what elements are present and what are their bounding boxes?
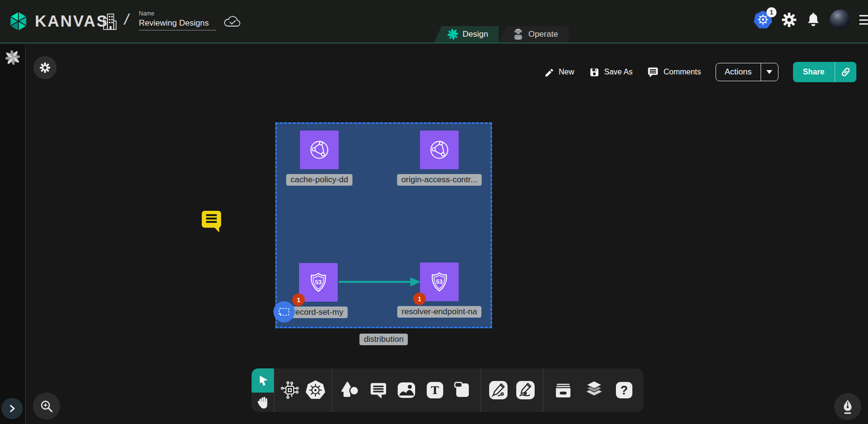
dock-section-manage: ? [543, 368, 644, 412]
node-resolver-endpoint[interactable]: 53 [420, 263, 459, 301]
tab-design[interactable]: Design [434, 26, 499, 43]
node-record-set[interactable]: 53 [299, 263, 338, 302]
sidebar-expand-button[interactable] [1, 398, 23, 419]
cloud-saved-icon [224, 15, 242, 28]
canvas-widgets-button[interactable] [33, 56, 57, 79]
text-tool-button[interactable]: T [425, 380, 445, 400]
whiteboard-pen-button[interactable] [834, 393, 861, 420]
design-name-label: Name [139, 10, 216, 17]
new-label: New [559, 68, 574, 76]
notifications-bell-icon[interactable] [806, 12, 821, 28]
node-label[interactable]: cache-policy-dd [286, 174, 352, 186]
cloudfront-globe-icon [308, 138, 331, 161]
pencil-draw-button[interactable] [515, 380, 536, 400]
pencil-new-icon [544, 66, 554, 78]
node-label[interactable]: resolver-endpoint-na [397, 306, 481, 318]
group-selection-handle[interactable] [273, 301, 295, 322]
tab-operate-label: Operate [528, 29, 558, 39]
drawer-archive-icon [553, 380, 573, 400]
brand[interactable]: KANVAS [7, 11, 108, 32]
organization-icon[interactable] [103, 13, 117, 31]
svg-text:53: 53 [315, 279, 322, 286]
kubernetes-wheel-icon [305, 380, 326, 400]
operate-icon [512, 29, 524, 40]
design-name-input[interactable] [139, 18, 216, 30]
flower-asterisk-icon [39, 62, 51, 73]
dashed-selection-icon [278, 307, 290, 316]
share-button[interactable]: Share [793, 62, 835, 82]
pen-tool-button[interactable] [488, 380, 509, 400]
share-split-button: Share [793, 62, 856, 82]
pencil-scribble-icon [515, 380, 536, 400]
comment-bubble-icon [369, 381, 388, 399]
note-tool-button[interactable] [453, 380, 472, 400]
node-cache-policy[interactable] [300, 131, 339, 169]
caret-down-icon [766, 70, 772, 74]
pen-nib-icon [840, 399, 855, 414]
layers-icon [584, 380, 605, 400]
comment-tool-button[interactable] [369, 381, 388, 399]
settings-gear-icon[interactable] [781, 12, 797, 28]
comments-icon [647, 66, 659, 78]
dock-section-infra [274, 368, 331, 412]
actions-button[interactable]: Actions [716, 63, 761, 81]
new-button[interactable]: New [544, 66, 574, 78]
text-icon: T [425, 380, 445, 400]
canvas-comment-marker[interactable] [202, 211, 221, 228]
menu-icon[interactable] [859, 14, 864, 26]
save-floppy-icon [589, 67, 600, 78]
header: KANVAS / Name [0, 0, 868, 44]
link-icon [840, 67, 851, 77]
comment-tail [214, 227, 219, 233]
zoom-in-button[interactable] [33, 393, 60, 420]
comments-button[interactable]: Comments [647, 66, 701, 78]
kubernetes-tool-button[interactable] [305, 380, 326, 400]
route53-shield-icon: 53 [428, 270, 451, 293]
meshery-logo-icon[interactable] [5, 50, 20, 65]
chevron-right-icon [8, 404, 16, 413]
drawer-tool-button[interactable] [553, 380, 573, 400]
components-circuit-button[interactable] [280, 380, 299, 400]
error-count-badge[interactable]: 1 [292, 293, 305, 306]
dock-section-draw [480, 368, 543, 412]
save-as-button[interactable]: Save As [589, 67, 633, 78]
group-label[interactable]: distribution [359, 334, 408, 345]
image-icon [396, 381, 417, 399]
note-icon [453, 380, 472, 400]
image-tool-button[interactable] [396, 381, 417, 399]
copy-link-button[interactable] [835, 62, 856, 82]
kubernetes-context-button[interactable]: 1 [754, 10, 772, 30]
shapes-icon [340, 380, 360, 400]
svg-text:T: T [431, 384, 439, 396]
header-right-cluster: 1 [754, 10, 864, 30]
cloudfront-globe-icon [428, 138, 451, 161]
edge-arrow[interactable] [338, 276, 422, 288]
route53-shield-icon: 53 [307, 271, 330, 294]
mode-tabs: Design Operate [434, 26, 569, 43]
design-name-block: Name [139, 10, 216, 30]
user-avatar[interactable] [830, 10, 850, 30]
shapes-tool-button[interactable] [340, 380, 360, 400]
tab-operate[interactable]: Operate [499, 26, 569, 43]
kubernetes-context-badge: 1 [766, 7, 777, 17]
error-count-badge[interactable]: 1 [413, 292, 426, 305]
svg-text:?: ? [620, 383, 628, 397]
layers-tool-button[interactable] [584, 380, 605, 400]
left-sidebar [0, 44, 26, 424]
node-origin-access-control[interactable] [420, 131, 459, 169]
select-tool-button[interactable] [252, 368, 274, 393]
actions-dropdown-button[interactable] [761, 63, 778, 81]
svg-text:53: 53 [436, 278, 443, 285]
pan-tool-button[interactable] [252, 393, 274, 412]
node-label[interactable]: record-set-my [288, 307, 348, 318]
kanvas-app: KANVAS / Name [0, 0, 868, 424]
node-label[interactable]: origin-access-contr... [397, 174, 482, 186]
tab-design-label: Design [463, 29, 488, 39]
dock-pointer-column [252, 368, 274, 412]
design-action-bar: New Save As Comments Actions [544, 62, 856, 82]
hand-pan-icon [256, 395, 269, 409]
help-tool-button[interactable]: ? [614, 380, 634, 400]
help-icon: ? [614, 380, 634, 400]
brand-title: KANVAS [35, 12, 108, 30]
save-as-label: Save As [604, 68, 633, 76]
